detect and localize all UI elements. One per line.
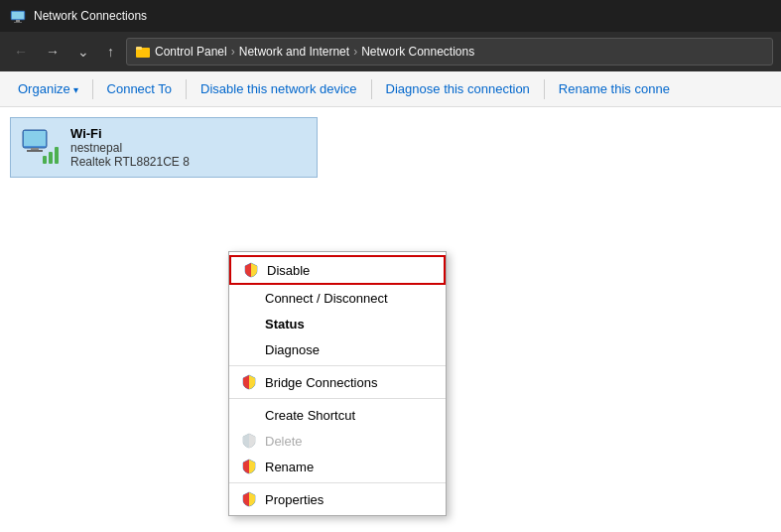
folder-icon xyxy=(135,44,151,60)
svg-rect-11 xyxy=(49,152,53,164)
back-button[interactable]: ← xyxy=(8,40,34,64)
wifi-network-item[interactable]: Wi-Fi nestnepal Realtek RTL8821CE 8 xyxy=(10,117,318,178)
no-icon-placeholder xyxy=(241,290,257,306)
network-sub2: Realtek RTL8821CE 8 xyxy=(70,155,307,169)
ctx-bridge[interactable]: Bridge Connections xyxy=(229,369,446,395)
shield-icon-bridge xyxy=(241,374,257,390)
path-network-internet: Network and Internet xyxy=(239,45,349,59)
ctx-status[interactable]: Status xyxy=(229,311,446,336)
forward-button[interactable]: → xyxy=(40,40,65,64)
diagnose-button[interactable]: Diagnose this connection xyxy=(376,77,540,100)
shield-icon-disable xyxy=(243,262,259,278)
path-network-connections: Network Connections xyxy=(361,45,474,59)
ctx-connect-disconnect[interactable]: Connect / Disconnect xyxy=(229,285,446,311)
ctx-separator-1 xyxy=(229,365,446,366)
wifi-network-icon xyxy=(21,128,61,168)
address-path[interactable]: Control Panel › Network and Internet › N… xyxy=(126,38,773,66)
ctx-rename[interactable]: Rename xyxy=(229,454,446,479)
network-name: Wi-Fi xyxy=(70,126,307,141)
toolbar-separator-4 xyxy=(544,79,545,99)
ctx-diagnose[interactable]: Diagnose xyxy=(229,336,446,362)
ctx-separator-2 xyxy=(229,398,446,399)
path-control-panel: Control Panel xyxy=(155,45,227,59)
organize-button[interactable]: Organize xyxy=(8,77,88,100)
toolbar-separator-3 xyxy=(371,79,372,99)
toolbar-separator-2 xyxy=(186,79,187,99)
network-info: Wi-Fi nestnepal Realtek RTL8821CE 8 xyxy=(70,126,307,169)
svg-rect-1 xyxy=(16,20,20,22)
no-icon-placeholder4 xyxy=(241,407,257,423)
svg-rect-3 xyxy=(12,12,24,19)
no-icon-placeholder2 xyxy=(241,316,257,332)
ctx-separator-3 xyxy=(229,482,446,483)
svg-rect-9 xyxy=(27,150,43,152)
ctx-disable[interactable]: Disable xyxy=(229,255,446,285)
shield-icon-delete xyxy=(241,433,257,449)
rename-button[interactable]: Rename this conne xyxy=(549,77,680,100)
svg-rect-10 xyxy=(43,156,47,164)
disable-device-button[interactable]: Disable this network device xyxy=(191,77,367,100)
main-content: Wi-Fi nestnepal Realtek RTL8821CE 8 Disa… xyxy=(0,107,781,532)
ctx-properties[interactable]: Properties xyxy=(229,486,446,512)
title-bar: Network Connections xyxy=(0,0,781,32)
no-icon-placeholder3 xyxy=(241,341,257,357)
connect-to-button[interactable]: Connect To xyxy=(97,77,183,100)
window-title: Network Connections xyxy=(34,9,147,23)
toolbar: Organize Connect To Disable this network… xyxy=(0,71,781,107)
svg-rect-2 xyxy=(14,22,22,23)
svg-rect-7 xyxy=(24,131,46,146)
svg-rect-12 xyxy=(55,147,59,164)
shield-icon-properties xyxy=(241,491,257,507)
shield-icon-rename xyxy=(241,459,257,474)
network-sub1: nestnepal xyxy=(70,141,307,155)
svg-rect-5 xyxy=(136,47,142,50)
dropdown-button[interactable]: ⌄ xyxy=(71,40,95,64)
wifi-icon xyxy=(21,128,61,168)
ctx-create-shortcut[interactable]: Create Shortcut xyxy=(229,402,446,428)
ctx-delete[interactable]: Delete xyxy=(229,428,446,454)
address-bar: ← → ⌄ ↑ Control Panel › Network and Inte… xyxy=(0,32,781,71)
up-button[interactable]: ↑ xyxy=(101,40,120,64)
toolbar-separator xyxy=(92,79,93,99)
context-menu: Disable Connect / Disconnect Status Diag… xyxy=(228,251,447,516)
app-icon xyxy=(10,8,26,24)
